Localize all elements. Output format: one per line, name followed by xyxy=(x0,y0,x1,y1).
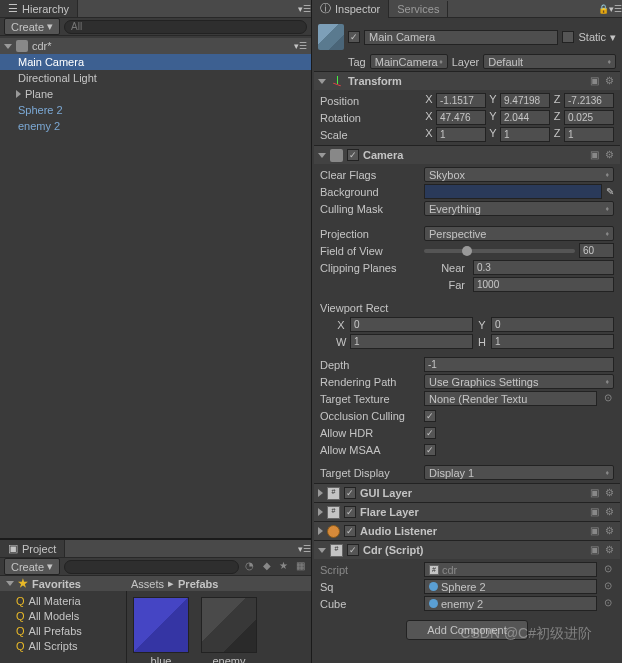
gear-icon[interactable]: ⚙ xyxy=(603,75,616,88)
foldout-icon[interactable] xyxy=(318,153,326,158)
cube-field[interactable]: enemy 2 xyxy=(424,596,597,611)
projection-dropdown[interactable]: Perspective xyxy=(424,226,614,241)
scl-x-input[interactable] xyxy=(436,127,486,142)
project-tab[interactable]: ▣ Project xyxy=(0,540,65,557)
gameobject-name-input[interactable] xyxy=(364,30,558,45)
clear-flags-dropdown[interactable]: Skybox xyxy=(424,167,614,182)
asset-blue[interactable]: blue xyxy=(133,597,189,663)
scene-options-icon[interactable]: ▾☰ xyxy=(294,41,307,51)
foldout-icon[interactable] xyxy=(4,44,12,49)
sq-field[interactable]: Sphere 2 xyxy=(424,579,597,594)
hierarchy-item-directional-light[interactable]: Directional Light xyxy=(0,70,311,86)
services-tab[interactable]: Services xyxy=(389,1,448,17)
target-display-dropdown[interactable]: Display 1 xyxy=(424,465,614,480)
hierarchy-item-enemy[interactable]: enemy 2 xyxy=(0,118,311,134)
camera-header[interactable]: ✓ Camera ▣⚙ xyxy=(314,146,620,164)
help-icon[interactable]: ▣ xyxy=(588,75,601,88)
cdr-script-header[interactable]: # ✓ Cdr (Script) ▣⚙ xyxy=(314,541,620,559)
scl-y-input[interactable] xyxy=(500,127,550,142)
viewport-y-input[interactable] xyxy=(491,317,614,332)
enabled-checkbox[interactable]: ✓ xyxy=(344,487,356,499)
foldout-icon[interactable] xyxy=(318,79,326,84)
transform-header[interactable]: Transform ▣⚙ xyxy=(314,72,620,90)
hierarchy-item-sphere[interactable]: Sphere 2 xyxy=(0,102,311,118)
active-checkbox[interactable]: ✓ xyxy=(348,31,360,43)
near-input[interactable] xyxy=(473,260,614,275)
dropdown-icon[interactable]: ▾ xyxy=(610,31,616,44)
asset-enemy[interactable]: enemy xyxy=(201,597,257,663)
help-icon[interactable]: ▣ xyxy=(588,149,601,162)
enabled-checkbox[interactable]: ✓ xyxy=(344,506,356,518)
hierarchy-search-input[interactable] xyxy=(64,20,307,34)
enabled-checkbox[interactable]: ✓ xyxy=(344,525,356,537)
favorites-header[interactable]: ★ Favorites xyxy=(4,576,127,591)
project-search-input[interactable] xyxy=(64,560,239,574)
inspector-tab[interactable]: ⓘ Inspector xyxy=(312,0,389,18)
object-picker-icon[interactable]: ⊙ xyxy=(601,563,614,576)
fav-all-models[interactable]: QAll Models xyxy=(2,608,124,623)
render-path-dropdown[interactable]: Use Graphics Settings xyxy=(424,374,614,389)
hierarchy-item-plane[interactable]: Plane xyxy=(0,86,311,102)
depth-input[interactable] xyxy=(424,357,614,372)
panel-options-icon[interactable]: ▾☰ xyxy=(298,544,311,554)
help-icon[interactable]: ▣ xyxy=(588,487,601,500)
gear-icon[interactable]: ⚙ xyxy=(603,487,616,500)
gear-icon[interactable]: ⚙ xyxy=(603,149,616,162)
gui-layer-header[interactable]: #✓GUI Layer▣⚙ xyxy=(314,484,620,502)
fov-slider[interactable] xyxy=(424,249,575,253)
foldout-icon[interactable] xyxy=(318,548,326,553)
object-picker-icon[interactable]: ⊙ xyxy=(601,392,614,405)
pos-x-input[interactable] xyxy=(436,93,486,108)
viewport-w-input[interactable] xyxy=(350,334,473,349)
viewport-h-input[interactable] xyxy=(491,334,614,349)
breadcrumb-assets[interactable]: Assets xyxy=(131,578,164,590)
scl-z-input[interactable] xyxy=(564,127,614,142)
hdr-checkbox[interactable]: ✓ xyxy=(424,427,436,439)
far-input[interactable] xyxy=(473,277,614,292)
target-texture-field[interactable]: None (Render Textu xyxy=(424,391,597,406)
hierarchy-item-main-camera[interactable]: Main Camera xyxy=(0,54,311,70)
slider-thumb[interactable] xyxy=(462,246,472,256)
enabled-checkbox[interactable]: ✓ xyxy=(347,149,359,161)
type-icon[interactable]: ★ xyxy=(277,560,290,573)
msaa-checkbox[interactable]: ✓ xyxy=(424,444,436,456)
rot-y-input[interactable] xyxy=(500,110,550,125)
foldout-icon[interactable] xyxy=(318,508,323,516)
script-field[interactable]: #cdr xyxy=(424,562,597,577)
help-icon[interactable]: ▣ xyxy=(588,506,601,519)
label-icon[interactable]: ◆ xyxy=(260,560,273,573)
fav-all-scripts[interactable]: QAll Scripts xyxy=(2,638,124,653)
viewport-x-input[interactable] xyxy=(350,317,473,332)
audio-listener-header[interactable]: ✓Audio Listener▣⚙ xyxy=(314,522,620,540)
filter-icon[interactable]: ◔ xyxy=(243,560,256,573)
fov-input[interactable] xyxy=(579,243,614,258)
pos-z-input[interactable] xyxy=(564,93,614,108)
foldout-icon[interactable] xyxy=(318,489,323,497)
add-component-button[interactable]: Add Component xyxy=(406,620,528,640)
tag-dropdown[interactable]: MainCamera xyxy=(370,54,448,69)
help-icon[interactable]: ▣ xyxy=(588,544,601,557)
background-color-field[interactable] xyxy=(424,184,602,199)
lock-icon[interactable]: 🔒 xyxy=(598,4,609,14)
eyedropper-icon[interactable]: ✎ xyxy=(606,186,614,197)
panel-options-icon[interactable]: ▾☰ xyxy=(298,4,311,14)
foldout-icon[interactable] xyxy=(16,90,21,98)
object-picker-icon[interactable]: ⊙ xyxy=(601,597,614,610)
create-button[interactable]: Create ▾ xyxy=(4,18,60,35)
scene-root[interactable]: cdr* ▾☰ xyxy=(0,38,311,54)
occlusion-checkbox[interactable]: ✓ xyxy=(424,410,436,422)
hierarchy-tab[interactable]: ☰ Hierarchy xyxy=(0,0,78,17)
gameobject-icon[interactable] xyxy=(318,24,344,50)
foldout-icon[interactable] xyxy=(318,527,323,535)
flare-layer-header[interactable]: #✓Flare Layer▣⚙ xyxy=(314,503,620,521)
rot-x-input[interactable] xyxy=(436,110,486,125)
panel-options-icon[interactable]: ▾☰ xyxy=(609,4,622,14)
gear-icon[interactable]: ⚙ xyxy=(603,544,616,557)
culling-mask-dropdown[interactable]: Everything xyxy=(424,201,614,216)
breadcrumb-prefabs[interactable]: Prefabs xyxy=(178,578,218,590)
fav-all-materials[interactable]: QAll Materia xyxy=(2,593,124,608)
pos-y-input[interactable] xyxy=(500,93,550,108)
static-checkbox[interactable] xyxy=(562,31,574,43)
save-icon[interactable]: ▦ xyxy=(294,560,307,573)
help-icon[interactable]: ▣ xyxy=(588,525,601,538)
